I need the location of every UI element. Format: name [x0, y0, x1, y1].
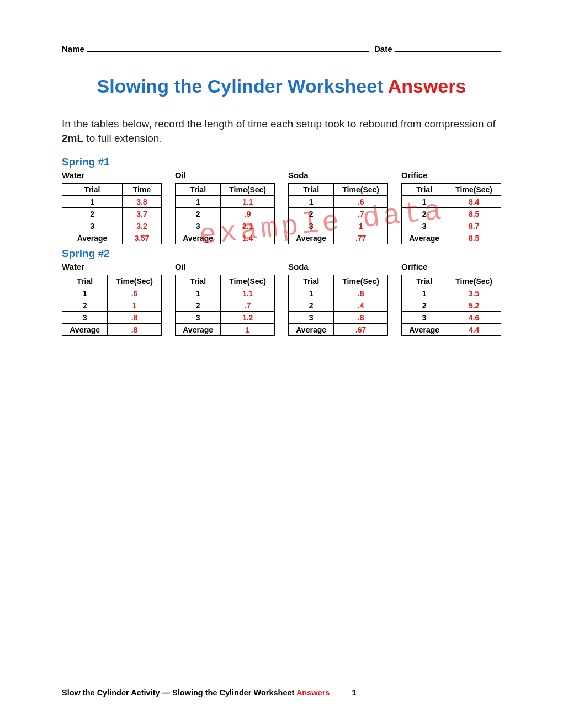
fluid-label: Soda: [288, 170, 388, 180]
tables-row: WaterTrialTime(Sec)1.6213.8Average.8OilT…: [62, 262, 501, 336]
cell-trial: 2: [289, 299, 334, 312]
cell-trial: 3: [289, 220, 334, 232]
table-row: 18.4: [402, 196, 501, 208]
cell-time: 3.57: [123, 232, 162, 244]
table-row: 3.8: [62, 312, 162, 324]
col-time: Time(Sec): [447, 184, 501, 196]
table-row: 38.7: [402, 220, 501, 232]
data-table: TrialTime(Sec)1.6213.8Average.8: [62, 275, 162, 336]
fluid-label: Oil: [175, 170, 275, 180]
cell-time: .8: [334, 312, 388, 324]
cell-time: .8: [108, 312, 162, 324]
intro-part1: In the tables below, record the length o…: [62, 118, 496, 130]
cell-trial: 3: [402, 220, 447, 232]
page-title: Slowing the Cylinder Worksheet Answers: [62, 76, 501, 97]
table-row: Average8.5: [402, 232, 501, 244]
cell-trial: 3: [62, 220, 123, 232]
col-trial: Trial: [289, 275, 334, 287]
cell-time: 1.4: [221, 232, 275, 244]
worksheet-page: Name Date Slowing the Cylinder Worksheet…: [0, 0, 563, 728]
cell-time: .7: [334, 208, 388, 220]
data-table: TrialTime(Sec)1.62.731Average.77: [288, 183, 388, 244]
cell-time: .8: [108, 324, 162, 336]
cell-time: .6: [334, 196, 388, 208]
footer-page: 1: [352, 688, 356, 697]
cell-trial: Average: [402, 324, 447, 336]
table-row: Average.8: [62, 324, 162, 336]
cell-trial: 1: [402, 196, 447, 208]
cell-trial: 1: [176, 287, 221, 299]
cell-time: .6: [108, 287, 162, 299]
data-table: TrialTime(Sec)18.428.538.7Average8.5: [401, 183, 501, 244]
cell-time: .8: [334, 287, 388, 299]
col-trial: Trial: [176, 275, 221, 287]
col-time: Time(Sec): [334, 275, 388, 287]
table-row: 13.8: [62, 196, 162, 208]
data-table: TrialTime(Sec)13.525.234.6Average4.4: [401, 275, 501, 336]
cell-time: 4.6: [447, 312, 501, 324]
cell-trial: 2: [402, 299, 447, 312]
table-row: 31: [289, 220, 388, 232]
fluid-label: Soda: [288, 262, 388, 271]
table-row: 23.7: [62, 208, 162, 220]
name-field: Name: [62, 44, 374, 53]
table-row: 34.6: [402, 312, 501, 324]
footer-activity: Slow the Cylinder Activity: [62, 688, 160, 697]
cell-time: 1: [334, 220, 388, 232]
fluid-label: Orifice: [401, 262, 501, 271]
table-row: Average1.4: [176, 232, 275, 244]
cell-time: 1: [221, 324, 275, 336]
springs-container: Spring #1WaterTrialTime13.823.733.2Avera…: [62, 156, 501, 336]
cell-time: 3.7: [123, 208, 162, 220]
cell-time: .4: [334, 299, 388, 312]
fluid-label: Water: [62, 262, 162, 271]
name-blank-line: [87, 44, 369, 52]
cell-time: 2.1: [221, 220, 275, 232]
col-time: Time(Sec): [221, 275, 275, 287]
data-table: TrialTime(Sec)1.82.43.8Average.67: [288, 275, 388, 336]
cell-time: .7: [221, 299, 275, 312]
fluid-label: Water: [62, 170, 162, 180]
cell-trial: 1: [62, 287, 108, 299]
col-time: Time(Sec): [334, 184, 388, 196]
cell-time: 1.2: [221, 312, 275, 324]
table-row: 1.8: [289, 287, 388, 299]
table-row: 13.5: [402, 287, 501, 299]
table-row: 32.1: [176, 220, 275, 232]
cell-time: 5.2: [447, 299, 501, 312]
table-block: OilTrialTime(Sec)11.12.932.1Average1.4: [175, 170, 275, 244]
table-row: 2.7: [176, 299, 275, 312]
table-row: 3.8: [289, 312, 388, 324]
cell-trial: 1: [176, 196, 221, 208]
footer-sep: —: [162, 688, 171, 697]
table-row: Average1: [176, 324, 275, 336]
cell-trial: 2: [402, 208, 447, 220]
col-trial: Trial: [62, 184, 123, 196]
table-block: WaterTrialTime(Sec)1.6213.8Average.8: [62, 262, 162, 336]
table-row: Average3.57: [62, 232, 162, 244]
table-block: SodaTrialTime(Sec)1.62.731Average.77: [288, 170, 388, 244]
col-time: Time(Sec): [108, 275, 162, 287]
cell-time: 1: [108, 299, 162, 312]
table-row: 28.5: [402, 208, 501, 220]
cell-time: .77: [334, 232, 388, 244]
spring-heading: Spring #1: [62, 156, 501, 168]
cell-trial: Average: [289, 324, 334, 336]
cell-trial: 3: [62, 312, 108, 324]
cell-trial: Average: [62, 324, 108, 336]
data-table: TrialTime13.823.733.2Average3.57: [62, 183, 162, 244]
cell-trial: 3: [176, 220, 221, 232]
table-row: Average.77: [289, 232, 388, 244]
table-row: 11.1: [176, 287, 275, 299]
table-row: 2.9: [176, 208, 275, 220]
table-row: 1.6: [289, 196, 388, 208]
col-trial: Trial: [176, 184, 221, 196]
cell-time: 3.5: [447, 287, 501, 299]
col-time: Time(Sec): [221, 184, 275, 196]
cell-time: .9: [221, 208, 275, 220]
date-field: Date: [374, 44, 501, 53]
cell-time: 1.1: [221, 287, 275, 299]
table-block: OilTrialTime(Sec)11.12.731.2Average1: [175, 262, 275, 336]
intro-text: In the tables below, record the length o…: [62, 117, 501, 145]
table-row: 31.2: [176, 312, 275, 324]
